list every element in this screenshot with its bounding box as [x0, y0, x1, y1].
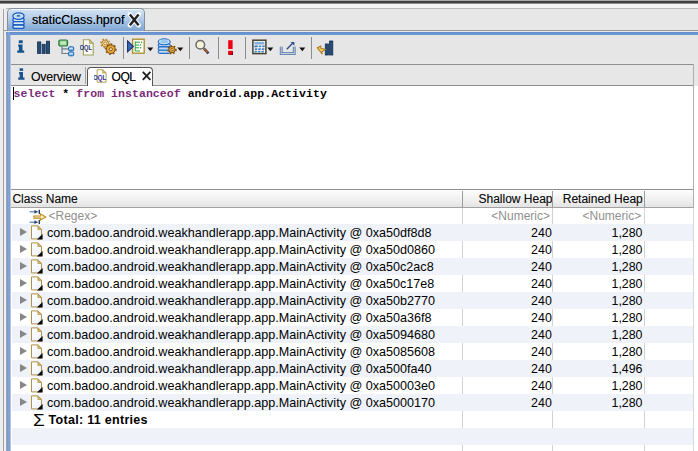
svg-text:OQL: OQL [94, 73, 107, 82]
svg-text:OQL: OQL [80, 43, 93, 52]
